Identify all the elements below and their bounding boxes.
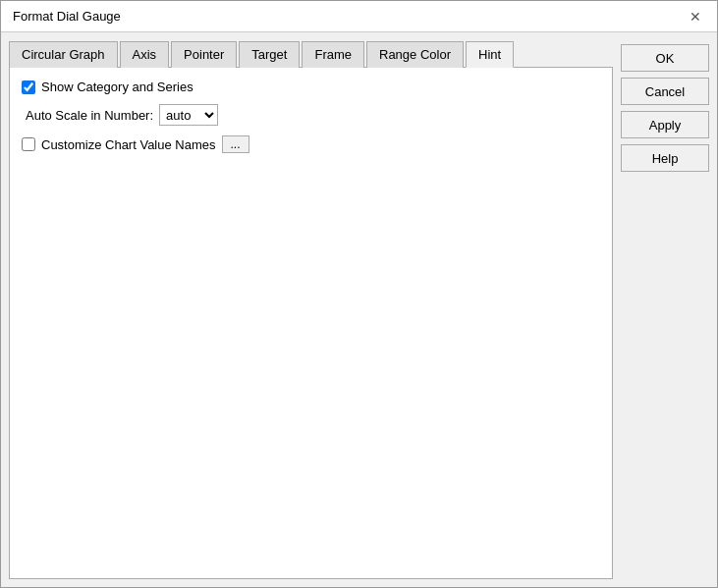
dialog-body: Circular Graph Axis Pointer Target Frame…: [1, 32, 717, 587]
show-category-checkbox[interactable]: [22, 80, 35, 94]
close-button[interactable]: ✕: [686, 7, 705, 27]
ok-button[interactable]: OK: [621, 44, 709, 72]
show-category-row: Show Category and Series: [22, 80, 600, 94]
tab-range-color[interactable]: Range Color: [366, 41, 464, 68]
customize-row: Customize Chart Value Names ...: [22, 135, 600, 153]
tab-bar: Circular Graph Axis Pointer Target Frame…: [9, 40, 613, 68]
auto-scale-row: Auto Scale in Number: auto fixed: [22, 104, 600, 126]
side-buttons: OK Cancel Apply Help: [621, 40, 709, 579]
show-category-label: Show Category and Series: [41, 80, 193, 94]
dialog-title: Format Dial Gauge: [13, 9, 121, 24]
tab-pointer[interactable]: Pointer: [171, 41, 237, 68]
tab-circular-graph[interactable]: Circular Graph: [9, 41, 118, 68]
main-area: Circular Graph Axis Pointer Target Frame…: [9, 40, 613, 579]
apply-button[interactable]: Apply: [621, 111, 709, 138]
content-panel: Show Category and Series Auto Scale in N…: [9, 68, 613, 579]
auto-scale-select[interactable]: auto fixed: [159, 104, 218, 126]
customize-label: Customize Chart Value Names: [41, 137, 216, 152]
auto-scale-label: Auto Scale in Number:: [26, 108, 153, 123]
ellipsis-button[interactable]: ...: [222, 135, 249, 153]
tab-hint[interactable]: Hint: [466, 41, 514, 68]
tab-target[interactable]: Target: [239, 41, 300, 68]
tab-frame[interactable]: Frame: [302, 41, 364, 68]
help-button[interactable]: Help: [621, 144, 709, 172]
title-bar: Format Dial Gauge ✕: [1, 1, 717, 32]
customize-checkbox[interactable]: [22, 137, 35, 151]
cancel-button[interactable]: Cancel: [621, 78, 709, 105]
tab-axis[interactable]: Axis: [120, 41, 170, 68]
format-dial-gauge-dialog: Format Dial Gauge ✕ Circular Graph Axis …: [0, 0, 718, 588]
